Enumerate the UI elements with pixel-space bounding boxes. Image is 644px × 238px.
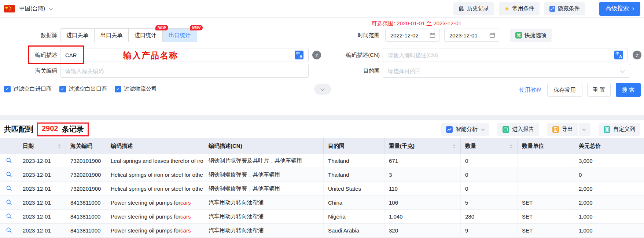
cell-hs_code: 7320201900	[66, 182, 106, 195]
column-header-数量单位: 数量单位	[518, 138, 574, 154]
reset-button[interactable]: 重 置	[587, 83, 611, 97]
desc-cn-input[interactable]	[383, 48, 628, 62]
chevron-down-icon[interactable]	[582, 127, 586, 131]
history-icon	[459, 6, 464, 12]
sort-up-icon[interactable]	[58, 144, 61, 146]
translate-icon[interactable]: 中A	[614, 51, 623, 59]
history-button[interactable]: 历史记录	[453, 2, 494, 15]
annotation-red-box	[28, 45, 84, 64]
datasource-tab-2[interactable]: 出口关单	[95, 29, 129, 42]
row-detail-button[interactable]	[0, 154, 18, 168]
enter-report-label: 进入报告	[512, 126, 534, 133]
datasource-tab-1[interactable]: 进口关单	[60, 29, 95, 42]
column-label: 编码描述(CN)	[209, 143, 242, 150]
datasource-tab-3[interactable]: 进口统计NEW	[129, 29, 163, 42]
dest-country-label: 目的国	[339, 64, 380, 78]
cell-usd: 0	[574, 168, 644, 182]
magnifier-icon[interactable]	[6, 185, 12, 193]
calendar-icon[interactable]	[489, 32, 495, 38]
checkbox-checked-icon[interactable]: ✓	[115, 86, 121, 92]
sort-arrows[interactable]	[58, 144, 61, 149]
magnifier-icon[interactable]	[6, 227, 12, 234]
advanced-search-button[interactable]: 高级搜索 ›	[599, 2, 640, 16]
magnifier-icon[interactable]	[6, 213, 12, 220]
hs-code-input[interactable]	[60, 64, 309, 78]
desc-cn-label: 编码描述(CN)	[332, 48, 380, 62]
desc-text: Helical springs of iron or steel for oth…	[111, 186, 203, 192]
star-icon: ★	[504, 6, 509, 12]
filter-checkbox-2[interactable]: ✓过滤空白出口商	[59, 85, 107, 92]
table-body: 2023-12-017320101900Leaf-springs and lea…	[0, 154, 644, 238]
quick-options-label: 快捷选项	[525, 32, 547, 39]
cell-weight: 3	[384, 168, 461, 182]
desc-input[interactable]	[60, 48, 309, 62]
tab-label: 出口统计	[169, 32, 191, 39]
checkbox-label: 过滤空白出口商	[69, 85, 107, 92]
region-selector-label[interactable]: 中国(台湾)	[19, 5, 45, 12]
save-conditions-button[interactable]: 保存常用	[547, 83, 582, 97]
cell-usd: 1,000	[574, 224, 644, 237]
datasource-tabs: 进口关单出口关单进口统计NEW出口统计NEW	[60, 28, 197, 42]
exclude-keyword-icon[interactable]: ≠	[633, 51, 641, 59]
count-red-box: 2902 条记录	[37, 122, 89, 136]
checkbox-checked-icon[interactable]: ✓	[59, 86, 66, 92]
column-header-日期[interactable]: 日期	[18, 138, 66, 154]
column-header-数量[interactable]: 数量	[461, 138, 518, 154]
quick-options-button[interactable]: ⌘ 快捷选项	[510, 29, 552, 42]
sort-arrows[interactable]	[509, 144, 512, 149]
cell-dest: Saudi Arabia	[324, 224, 384, 237]
row-detail-button[interactable]	[0, 168, 18, 182]
row-detail-button[interactable]	[0, 196, 18, 209]
row-detail-button[interactable]	[0, 182, 18, 195]
cell-dest: Thailand	[324, 154, 384, 168]
sort-up-icon[interactable]	[509, 144, 512, 146]
calendar-icon[interactable]	[430, 32, 435, 38]
chevron-down-icon	[481, 127, 485, 131]
desc-text: Power steering oil pumps for	[111, 213, 180, 220]
tutorial-link[interactable]: 使用教程	[519, 87, 541, 94]
row-detail-button[interactable]	[0, 210, 18, 223]
hide-conditions-button[interactable]: 隐藏条件	[544, 2, 585, 15]
translate-icon[interactable]: 中A	[295, 51, 303, 59]
cell-qty: 0	[461, 182, 518, 195]
cell-weight: 106	[384, 196, 461, 209]
filter-checkbox-1[interactable]: ✓过滤空白进口商	[4, 85, 52, 92]
smart-analysis-button[interactable]: 智能分析	[441, 123, 489, 136]
magnifier-icon[interactable]	[6, 157, 12, 165]
magnifier-icon[interactable]	[6, 199, 12, 206]
column-header-重量(千克)[interactable]: 重量(千克)	[384, 138, 461, 154]
dest-country-select[interactable]	[383, 64, 630, 78]
enter-report-button[interactable]: 进入报告	[497, 123, 539, 136]
sort-down-icon[interactable]	[58, 147, 61, 149]
sort-down-icon[interactable]	[509, 147, 512, 149]
cell-weight: 110	[384, 182, 461, 195]
column-header-目的国: 目的国	[324, 138, 384, 154]
tab-label: 进口关单	[66, 32, 88, 39]
sort-up-icon[interactable]	[453, 144, 456, 146]
cell-usd: 1,000	[574, 210, 644, 223]
sort-arrows[interactable]	[453, 144, 456, 149]
count-prefix: 共匹配到	[4, 124, 33, 134]
column-label: 重量(千克)	[389, 143, 415, 150]
search-button[interactable]: 搜 索	[616, 83, 641, 97]
cell-date: 2023-12-01	[18, 210, 66, 223]
cell-hs_code: 8413811000	[66, 210, 106, 223]
expand-filters-button[interactable]	[314, 84, 331, 95]
favorites-button[interactable]: ★ 常用条件	[499, 2, 539, 15]
checkbox-checked-icon[interactable]: ✓	[4, 86, 11, 92]
row-detail-button[interactable]	[0, 224, 18, 237]
customize-columns-button[interactable]: 自定义列	[599, 123, 640, 136]
magnifier-icon[interactable]	[6, 171, 12, 179]
sort-down-icon[interactable]	[453, 147, 456, 149]
export-button[interactable]: 导出	[547, 123, 590, 136]
filter-checkbox-3[interactable]: ✓过滤物流公司	[115, 85, 157, 92]
desc-highlight: cars	[180, 213, 191, 220]
chevron-down-icon[interactable]	[49, 6, 53, 10]
cell-desc: Power steering oil pumps for cars	[106, 210, 204, 223]
exclude-keyword-icon[interactable]: ≠	[312, 51, 321, 59]
table-header-row: 日期海关编码编码描述编码描述(CN)目的国重量(千克)数量数量单位美元总价	[0, 138, 644, 154]
cell-qty: 0	[461, 168, 518, 182]
datasource-tab-4[interactable]: 出口统计NEW	[163, 29, 197, 42]
cell-date: 2023-12-01	[18, 168, 66, 182]
column-label: 海关编码	[70, 143, 92, 150]
